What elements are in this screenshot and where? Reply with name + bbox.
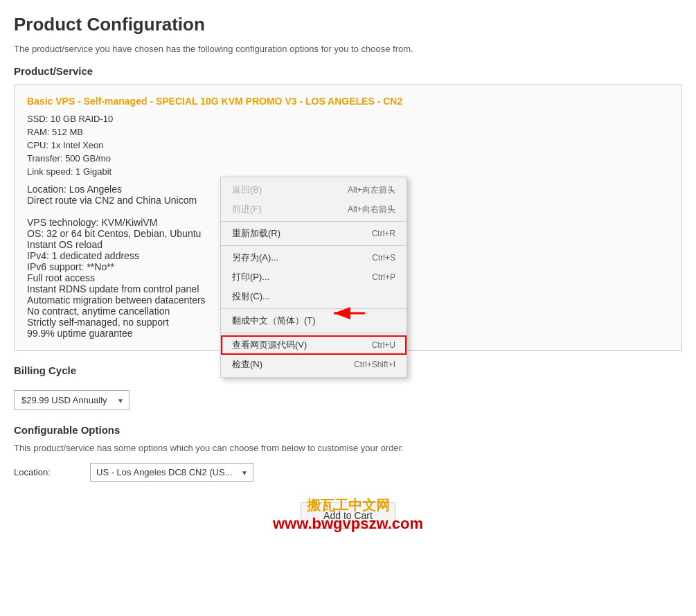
spec-ram: RAM: 512 MB [27, 127, 669, 137]
context-saveas-shortcut: Ctrl+S [372, 253, 395, 263]
location-row: Location: US - Los Angeles DC8 CN2 (US..… [14, 463, 682, 482]
product-specs: SSD: 10 GB RAID-10 RAM: 512 MB CPU: 1x I… [27, 114, 669, 177]
context-cast-label: 投射(C)... [232, 290, 270, 303]
context-saveas-label: 另存为(A)... [232, 252, 278, 264]
spec-link: Link speed: 1 Gigabit [27, 166, 669, 177]
context-print-label: 打印(P)... [232, 271, 269, 283]
context-inspect[interactable]: 检查(N) Ctrl+Shift+I [221, 355, 407, 374]
context-reload-shortcut: Ctrl+R [372, 229, 395, 238]
context-translate-label: 翻成中文（简体）(T) [232, 315, 316, 327]
configurable-label: Configurable Options [14, 424, 682, 436]
context-view-source-label: 查看网页源代码(V) [232, 339, 307, 351]
context-divider-2 [221, 245, 407, 246]
context-back-label: 返回(B) [232, 184, 262, 196]
context-divider-3 [221, 308, 407, 309]
context-divider-4 [221, 333, 407, 333]
context-saveas[interactable]: 另存为(A)... Ctrl+S [221, 248, 407, 267]
context-view-source[interactable]: 查看网页源代码(V) Ctrl+U [221, 335, 407, 355]
context-divider-1 [221, 221, 407, 222]
context-inspect-label: 检查(N) [232, 358, 262, 371]
context-print-shortcut: Ctrl+P [372, 272, 395, 282]
page-subtitle: The product/service you have chosen has … [14, 44, 682, 54]
context-print[interactable]: 打印(P)... Ctrl+P [221, 267, 407, 287]
location-select[interactable]: US - Los Angeles DC8 CN2 (US... US - Los… [90, 463, 253, 482]
context-back-shortcut: Alt+向左箭头 [348, 184, 395, 196]
spec-cpu: CPU: 1x Intel Xeon [27, 140, 669, 150]
context-translate[interactable]: 翻成中文（简体）(T) [221, 311, 407, 331]
spec-transfer: Transfer: 500 GB/mo [27, 153, 669, 164]
add-to-cart-button[interactable]: Add to Cart [301, 502, 395, 529]
product-name: Basic VPS - Self-managed - SPECIAL 10G K… [27, 96, 669, 107]
context-back[interactable]: 返回(B) Alt+向左箭头 [221, 180, 407, 200]
add-to-cart-wrapper: Add to Cart [14, 502, 682, 529]
location-label: Location: [14, 467, 90, 477]
context-forward-shortcut: Alt+向右箭头 [348, 204, 395, 215]
context-menu: 返回(B) Alt+向左箭头 前进(F) Alt+向右箭头 重新加载(R) Ct… [220, 177, 407, 378]
spec-ssd: SSD: 10 GB RAID-10 [27, 114, 669, 124]
context-inspect-shortcut: Ctrl+Shift+I [354, 360, 395, 369]
product-service-label: Product/Service [14, 65, 682, 77]
context-reload-label: 重新加载(R) [232, 227, 280, 240]
configurable-subtitle: This product/service has some options wh… [14, 443, 682, 453]
context-forward[interactable]: 前进(F) Alt+向右箭头 [221, 200, 407, 219]
context-reload[interactable]: 重新加载(R) Ctrl+R [221, 224, 407, 243]
context-cast[interactable]: 投射(C)... [221, 287, 407, 306]
page-title: Product Configuration [14, 14, 682, 35]
billing-cycle-select[interactable]: $29.99 USD Annually $2.99 USD Monthly [14, 390, 130, 410]
context-forward-label: 前进(F) [232, 203, 262, 215]
context-view-source-shortcut: Ctrl+U [372, 340, 395, 350]
configurable-section: Configurable Options This product/servic… [14, 424, 682, 482]
